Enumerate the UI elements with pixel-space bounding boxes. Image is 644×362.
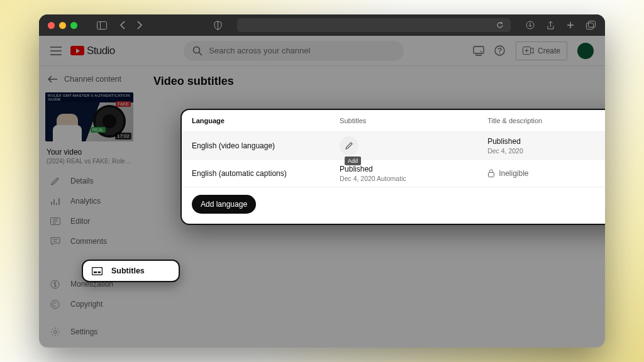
row-title-desc: Ineligible [487, 169, 605, 178]
share-icon[interactable] [545, 19, 556, 31]
sidebar-item-label: Subtitles [111, 266, 145, 275]
shield-icon[interactable] [212, 19, 223, 31]
download-icon[interactable] [525, 19, 536, 31]
window-close-button[interactable] [48, 22, 55, 29]
tabs-icon[interactable] [585, 19, 596, 31]
row-subline: Dec 4, 2020 Automatic [340, 175, 487, 182]
sidebar-toggle-icon[interactable] [96, 19, 108, 31]
svg-rect-17 [92, 267, 103, 275]
subtitles-panel: Language Subtitles Title & description E… [180, 109, 605, 225]
address-bar[interactable] [237, 18, 511, 32]
col-subtitles: Subtitles [340, 117, 487, 124]
svg-rect-0 [97, 21, 107, 29]
nav-forward-icon[interactable] [134, 19, 145, 31]
row-date: Dec 4, 2020 [487, 147, 605, 155]
lock-icon [487, 169, 495, 177]
svg-rect-20 [489, 173, 494, 177]
reload-icon[interactable] [494, 19, 506, 31]
subtitles-icon [92, 267, 103, 275]
col-language: Language [192, 117, 340, 124]
browser-titlebar [39, 14, 605, 36]
add-tooltip: Add [345, 156, 361, 165]
svg-rect-4 [586, 23, 593, 30]
window-controls [48, 22, 77, 29]
nav-back-icon[interactable] [116, 19, 128, 31]
row-status: Published [340, 165, 487, 173]
svg-rect-3 [588, 21, 595, 28]
pencil-icon [345, 141, 353, 150]
add-subtitle-button[interactable] [340, 136, 358, 155]
browser-window: Studio Create [39, 14, 605, 348]
row-english-automatic[interactable]: English (automatic captions) Published D… [182, 159, 605, 187]
row-language-label: English (video language) [192, 141, 340, 150]
col-title-desc: Title & description [487, 117, 605, 124]
row-language-label: English (automatic captions) [192, 169, 340, 178]
svg-rect-18 [94, 272, 97, 273]
row-english-video-language[interactable]: English (video language) Add Published D… [182, 131, 605, 159]
svg-rect-19 [98, 272, 101, 273]
new-tab-icon[interactable] [565, 19, 576, 31]
window-maximize-button[interactable] [70, 22, 77, 29]
sidebar-item-subtitles[interactable]: Subtitles [82, 260, 180, 282]
add-language-button[interactable]: Add language [192, 195, 256, 214]
window-minimize-button[interactable] [59, 22, 66, 29]
panel-header: Language Subtitles Title & description [182, 110, 605, 131]
row-status: Published [487, 137, 605, 146]
